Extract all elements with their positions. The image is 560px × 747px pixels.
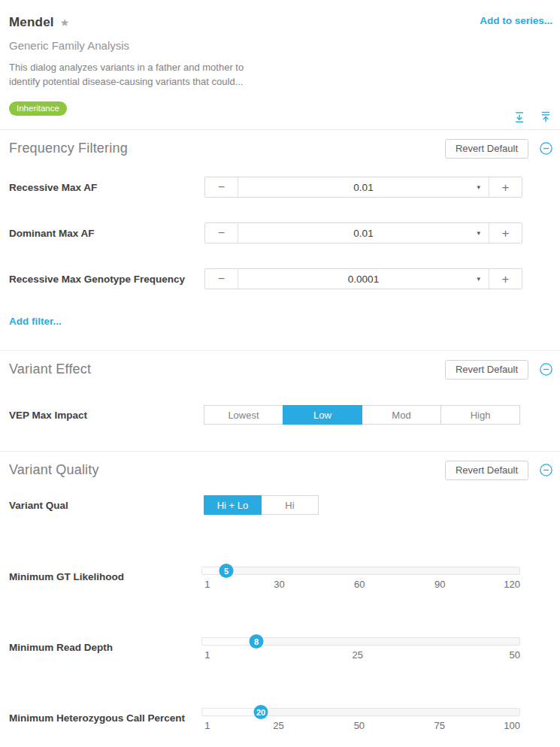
title-group: Mendel ★ <box>9 15 69 30</box>
segment-option-hi-lo[interactable]: Hi + Lo <box>204 495 262 515</box>
section-fields: VEP Max Impact Lowest Low Mod High <box>0 405 560 425</box>
section-header: Variant Quality Revert Default <box>0 461 560 479</box>
section-frequency-filtering: Frequency Filtering Revert Default Reces… <box>0 129 560 350</box>
field-row-recessive-max-af: Recessive Max AF − 0.01 ▾ + <box>0 177 560 222</box>
tick-label: 75 <box>434 720 444 731</box>
stepper-value: 0.0001 <box>348 274 379 285</box>
section-header-actions: Revert Default <box>445 360 552 380</box>
field-label: Recessive Max Genotype Frequency <box>9 274 185 285</box>
collapse-all-icon[interactable] <box>539 110 552 124</box>
slider-fill <box>202 638 256 645</box>
field-row-minimum-gt-likelihood: Minimum GT Likelihood 5 1 30 60 90 120 <box>0 567 560 637</box>
slider-track[interactable]: 8 <box>201 637 520 646</box>
slider-handle[interactable]: 5 <box>219 564 234 578</box>
section-title: Variant Effect <box>9 361 91 377</box>
vep-max-impact-segmented-control: Lowest Low Mod High <box>204 405 520 425</box>
description-line-2: identify potential disease-causing varia… <box>9 74 552 89</box>
title-row: Mendel ★ Add to series... <box>9 15 552 30</box>
recessive-max-af-select[interactable]: 0.01 ▾ <box>238 177 489 197</box>
add-to-series-link[interactable]: Add to series... <box>480 15 552 26</box>
field-row-dominant-max-af: Dominant Max AF − 0.01 ▾ + <box>0 222 560 268</box>
increment-button[interactable]: + <box>489 223 522 243</box>
slider-fill <box>202 709 261 715</box>
favorite-star-icon[interactable]: ★ <box>60 17 70 29</box>
dominant-max-af-stepper: − 0.01 ▾ + <box>204 222 522 243</box>
minimum-read-depth-slider: 8 1 25 50 <box>201 637 520 646</box>
io-icon-group <box>513 110 552 124</box>
inheritance-badge: Inheritance <box>9 101 67 116</box>
section-header: Frequency Filtering Revert Default <box>0 139 560 158</box>
section-variant-quality: Variant Quality Revert Default Variant Q… <box>0 451 560 747</box>
increment-button[interactable]: + <box>489 269 522 289</box>
analysis-dialog: Mendel ★ Add to series... Generic Family… <box>0 0 560 747</box>
segment-option-mod[interactable]: Mod <box>362 405 441 425</box>
page-title: Mendel <box>9 15 54 30</box>
minimum-gt-likelihood-slider: 5 1 30 60 90 120 <box>201 567 520 575</box>
collapse-section-icon[interactable] <box>540 142 552 155</box>
recessive-max-genotype-frequency-select[interactable]: 0.0001 ▾ <box>238 269 489 289</box>
tick-label: 100 <box>504 720 520 731</box>
slider-track[interactable]: 5 <box>201 567 520 575</box>
slider-track[interactable]: 20 <box>201 708 520 716</box>
decrement-button[interactable]: − <box>205 223 238 243</box>
field-label: Minimum Heterozygous Call Percent <box>9 712 185 724</box>
field-row-variant-qual: Variant Qual Hi + Lo Hi <box>0 495 560 515</box>
dominant-max-af-select[interactable]: 0.01 ▾ <box>238 223 489 243</box>
caret-down-icon: ▾ <box>477 183 480 191</box>
minimum-heterozygous-call-percent-slider: 20 1 25 50 75 100 <box>201 708 520 716</box>
collapse-section-icon[interactable] <box>540 464 552 476</box>
slider-handle[interactable]: 8 <box>250 634 264 649</box>
tick-label: 1 <box>204 579 210 590</box>
tick-label: 50 <box>354 720 365 731</box>
tick-label: 50 <box>510 649 520 661</box>
stepper-value: 0.01 <box>353 182 373 193</box>
field-label: Dominant Max AF <box>9 228 95 239</box>
slider-tick-labels: 1 30 60 90 120 <box>201 579 520 591</box>
analysis-subtitle: Generic Family Analysis <box>9 39 552 52</box>
revert-default-button[interactable]: Revert Default <box>445 461 528 480</box>
expand-all-icon[interactable] <box>513 110 526 124</box>
variant-qual-segmented-control: Hi + Lo Hi <box>204 495 319 515</box>
decrement-button[interactable]: − <box>205 269 238 289</box>
segment-option-low[interactable]: Low <box>283 405 362 425</box>
tick-label: 90 <box>434 579 445 590</box>
revert-default-button[interactable]: Revert Default <box>445 139 528 159</box>
field-row-minimum-read-depth: Minimum Read Depth 8 1 25 50 <box>0 637 560 708</box>
field-label: Minimum Read Depth <box>9 642 113 653</box>
segment-option-lowest[interactable]: Lowest <box>204 405 283 425</box>
tick-label: 120 <box>504 579 520 590</box>
stepper-value: 0.01 <box>353 228 373 239</box>
section-fields: Recessive Max AF − 0.01 ▾ + Dominant Max… <box>0 177 560 314</box>
caret-down-icon: ▾ <box>477 229 480 237</box>
recessive-max-genotype-frequency-stepper: − 0.0001 ▾ + <box>204 268 522 289</box>
field-row-recessive-max-genotype-frequency: Recessive Max Genotype Frequency − 0.000… <box>0 268 560 314</box>
increment-button[interactable]: + <box>489 177 522 197</box>
field-label: Recessive Max AF <box>9 182 97 193</box>
tick-label: 25 <box>353 649 363 661</box>
analysis-description: This dialog analyzes variants in a fathe… <box>9 60 552 89</box>
section-fields: Variant Qual Hi + Lo Hi Minimum GT Likel… <box>0 495 560 747</box>
description-line-1: This dialog analyzes variants in a fathe… <box>9 60 552 74</box>
add-filter-link[interactable]: Add filter... <box>9 316 62 327</box>
field-label: VEP Max Impact <box>9 410 87 421</box>
decrement-button[interactable]: − <box>205 177 238 197</box>
tick-label: 60 <box>354 579 365 590</box>
caret-down-icon: ▾ <box>477 275 480 283</box>
tick-label: 1 <box>204 649 210 661</box>
slider-tick-labels: 1 25 50 75 100 <box>201 720 520 732</box>
section-title: Frequency Filtering <box>9 141 128 156</box>
tick-label: 25 <box>273 720 283 731</box>
field-row-vep-max-impact: VEP Max Impact Lowest Low Mod High <box>0 405 560 425</box>
section-header-actions: Revert Default <box>445 139 552 159</box>
section-header: Variant Effect Revert Default <box>0 360 560 379</box>
dialog-header: Mendel ★ Add to series... Generic Family… <box>0 0 560 129</box>
field-label: Minimum GT Likelihood <box>9 571 124 582</box>
section-header-actions: Revert Default <box>445 461 552 480</box>
collapse-section-icon[interactable] <box>540 363 552 376</box>
segment-option-hi[interactable]: Hi <box>261 495 319 515</box>
tick-label: 30 <box>274 579 284 590</box>
slider-handle[interactable]: 20 <box>254 705 268 719</box>
section-variant-effect: Variant Effect Revert Default VEP Max Im… <box>0 350 560 451</box>
segment-option-high[interactable]: High <box>440 405 520 425</box>
revert-default-button[interactable]: Revert Default <box>445 360 528 380</box>
